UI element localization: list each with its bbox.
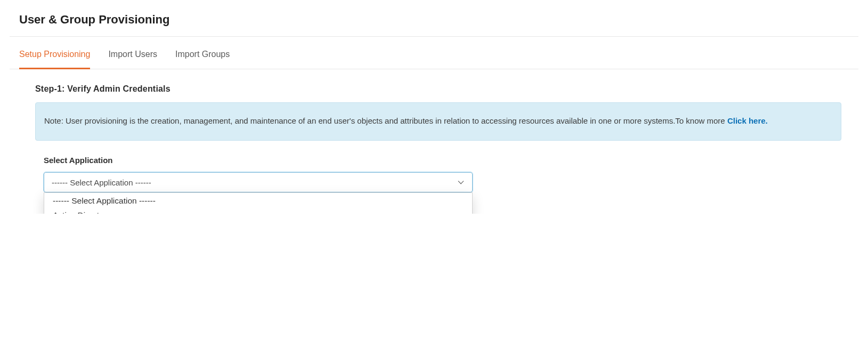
field-block: Select Application ------ Select Applica… — [35, 156, 841, 192]
option-active-directory[interactable]: Active Directory — [44, 208, 472, 214]
tabs-bar: Setup ProvisioningImport UsersImport Gro… — [10, 38, 858, 69]
note-link[interactable]: Click here. — [727, 116, 768, 125]
page-title: User & Group Provisioning — [10, 9, 858, 36]
note-text: Note: User provisioning is the creation,… — [44, 116, 727, 125]
select-value: ------ Select Application ------ — [52, 178, 151, 187]
note-box: Note: User provisioning is the creation,… — [35, 102, 841, 141]
tab-import-groups[interactable]: Import Groups — [175, 38, 230, 69]
tab-setup-provisioning[interactable]: Setup Provisioning — [19, 38, 90, 69]
option-select-application[interactable]: ------ Select Application ------ — [44, 194, 472, 208]
field-label: Select Application — [44, 156, 841, 165]
tab-import-users[interactable]: Import Users — [108, 38, 157, 69]
divider — [10, 36, 858, 37]
content-area: Step-1: Verify Admin Credentials Note: U… — [10, 69, 858, 192]
step-title: Step-1: Verify Admin Credentials — [35, 84, 841, 94]
chevron-down-icon — [458, 179, 464, 184]
select-application: ------ Select Application ------ ------ … — [44, 172, 473, 192]
select-dropdown: ------ Select Application ------Active D… — [44, 192, 473, 214]
select-input[interactable]: ------ Select Application ------ — [44, 172, 473, 192]
